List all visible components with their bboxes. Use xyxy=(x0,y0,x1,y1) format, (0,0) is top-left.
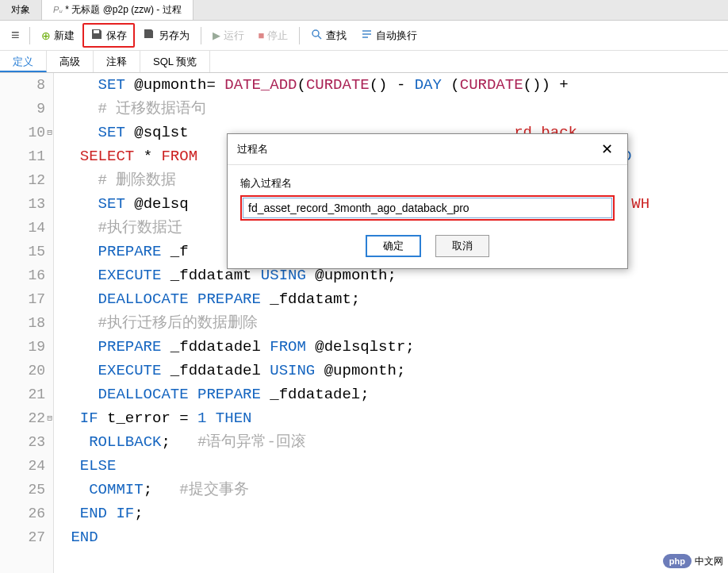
tab-sql-preview[interactable]: SQL 预览 xyxy=(140,51,210,72)
run-button[interactable]: ▶ 运行 xyxy=(206,25,251,46)
close-icon[interactable]: ✕ xyxy=(596,140,618,158)
line-number: 25 xyxy=(0,478,45,502)
separator xyxy=(29,27,30,44)
line-number: 17 xyxy=(0,287,45,311)
floppy-disk-icon xyxy=(90,28,103,43)
line-number: 12 xyxy=(0,168,45,192)
tab-advanced[interactable]: 高级 xyxy=(47,51,94,72)
save-as-icon xyxy=(143,28,155,43)
code-line[interactable]: SET @upmonth= DATE_ADD(CURDATE() - DAY (… xyxy=(62,73,728,97)
line-number: 24 xyxy=(0,454,45,478)
stop-button[interactable]: ■ 停止 xyxy=(252,25,295,46)
save-as-label: 另存为 xyxy=(159,29,190,43)
line-number: 11 xyxy=(0,144,45,168)
wrap-button[interactable]: 自动换行 xyxy=(354,25,423,46)
line-number: 22⊟ xyxy=(0,406,45,430)
line-number-gutter: 8910⊟111213141516171819202122⊟2324252627 xyxy=(0,73,54,573)
magnifier-icon xyxy=(311,29,323,43)
new-label: 新建 xyxy=(54,29,75,43)
line-number: 18 xyxy=(0,311,45,335)
tab-objects[interactable]: 对象 xyxy=(0,0,42,20)
toolbar: ≡ ⊕ 新建 保存 另存为 ▶ 运行 ■ 停止 查找 xyxy=(0,21,728,51)
wrap-icon xyxy=(361,29,373,43)
code-line[interactable]: END IF; xyxy=(62,502,728,525)
tab-definition[interactable]: 定义 xyxy=(0,51,47,72)
top-tab-bar: 对象 Pᵤ * 无标题 @p2p (zzw) - 过程 xyxy=(0,0,728,21)
find-label: 查找 xyxy=(326,29,347,43)
play-icon: ▶ xyxy=(213,29,220,41)
line-number: 14 xyxy=(0,216,45,240)
hamburger-menu-icon[interactable]: ≡ xyxy=(6,27,25,44)
fold-toggle-icon[interactable]: ⊟ xyxy=(47,121,52,144)
line-number: 9 xyxy=(0,97,45,121)
code-line[interactable]: DEALLOCATE PREPARE _fddatamt; xyxy=(62,287,728,311)
stop-label: 停止 xyxy=(267,29,288,43)
dialog-input-label: 输入过程名 xyxy=(240,176,615,190)
dialog-titlebar: 过程名 ✕ xyxy=(228,134,627,165)
stop-icon: ■ xyxy=(259,29,265,41)
separator xyxy=(201,27,201,44)
cancel-button[interactable]: 取消 xyxy=(435,235,489,257)
sub-tab-bar: 定义 高级 注释 SQL 预览 xyxy=(0,51,728,73)
dialog-title-text: 过程名 xyxy=(237,142,268,156)
php-badge-icon: php xyxy=(663,554,692,568)
separator xyxy=(299,27,300,44)
find-button[interactable]: 查找 xyxy=(305,25,353,46)
code-line[interactable]: COMMIT; #提交事务 xyxy=(62,478,728,502)
line-number: 19 xyxy=(0,335,45,359)
dialog-body: 输入过程名 xyxy=(228,165,627,229)
line-number: 10⊟ xyxy=(0,121,45,144)
line-number: 26 xyxy=(0,502,45,525)
code-line[interactable]: # 迁移数据语句 xyxy=(62,97,728,121)
dialog-input-highlight xyxy=(240,195,615,221)
line-number: 16 xyxy=(0,263,45,287)
save-as-button[interactable]: 另存为 xyxy=(136,25,196,46)
code-line[interactable]: IF t_error = 1 THEN xyxy=(62,406,728,430)
code-line[interactable]: DEALLOCATE PREPARE _fddatadel; xyxy=(62,383,728,406)
plus-circle-icon: ⊕ xyxy=(41,29,51,42)
dialog-button-row: 确定 取消 xyxy=(228,229,627,268)
tab-comment[interactable]: 注释 xyxy=(94,51,140,72)
code-line[interactable]: #执行迁移后的数据删除 xyxy=(62,311,728,335)
line-number: 21 xyxy=(0,383,45,406)
code-line[interactable]: PREPARE _fddatadel FROM @delsqlstr; xyxy=(62,335,728,359)
procedure-name-dialog: 过程名 ✕ 输入过程名 确定 取消 xyxy=(227,133,628,269)
procedure-name-input[interactable] xyxy=(243,198,612,218)
svg-point-0 xyxy=(312,30,319,37)
code-line[interactable]: END xyxy=(62,525,728,549)
tab-current-label: * 无标题 @p2p (zzw) - 过程 xyxy=(65,3,181,17)
ok-button[interactable]: 确定 xyxy=(366,235,421,257)
line-number: 15 xyxy=(0,240,45,263)
line-number: 13 xyxy=(0,192,45,216)
code-line[interactable]: EXECUTE _fddatadel USING @upmonth; xyxy=(62,359,728,383)
line-number: 27 xyxy=(0,525,45,549)
new-button[interactable]: ⊕ 新建 xyxy=(35,25,81,46)
tab-objects-label: 对象 xyxy=(11,3,30,17)
run-label: 运行 xyxy=(224,29,244,43)
line-number: 20 xyxy=(0,359,45,383)
svg-line-1 xyxy=(318,36,321,39)
code-line[interactable]: ROLLBACK; #语句异常-回滚 xyxy=(62,430,728,454)
save-button[interactable]: 保存 xyxy=(82,23,135,48)
wrap-label: 自动换行 xyxy=(376,29,417,43)
fold-toggle-icon[interactable]: ⊟ xyxy=(47,406,52,430)
line-number: 23 xyxy=(0,430,45,454)
line-number: 8 xyxy=(0,73,45,97)
procedure-icon: Pᵤ xyxy=(53,5,62,15)
watermark: php 中文网 xyxy=(663,554,723,568)
save-label: 保存 xyxy=(106,29,127,43)
code-line[interactable]: ELSE xyxy=(62,454,728,478)
watermark-text: 中文网 xyxy=(695,555,723,568)
tab-current-file[interactable]: Pᵤ * 无标题 @p2p (zzw) - 过程 xyxy=(42,0,193,20)
